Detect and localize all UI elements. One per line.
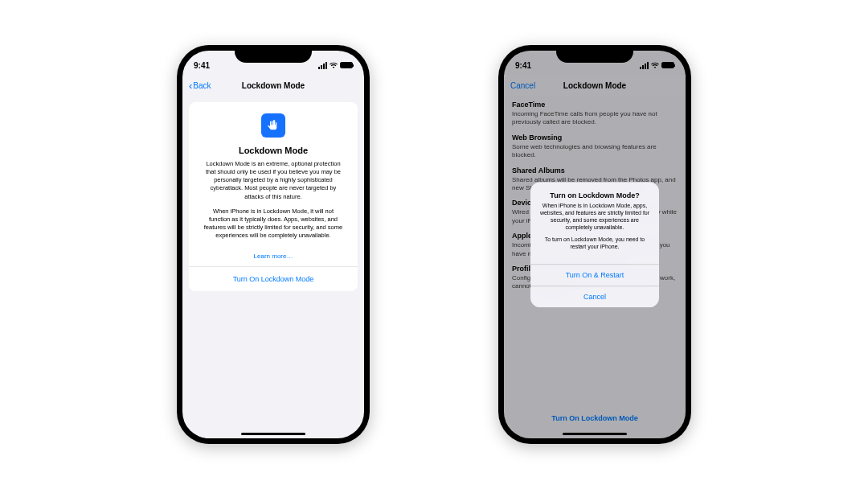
alert-title: Turn on Lockdown Mode? bbox=[538, 191, 651, 199]
phone-1: 9:41 ‹ Back Lockdown Mode Lockdown Mode … bbox=[177, 45, 370, 444]
page-title: Lockdown Mode bbox=[242, 81, 305, 90]
alert-cancel-button[interactable]: Cancel bbox=[530, 286, 659, 307]
screen-1: 9:41 ‹ Back Lockdown Mode Lockdown Mode … bbox=[182, 51, 364, 438]
lockdown-card: Lockdown Mode Lockdown Mode is an extrem… bbox=[189, 102, 358, 291]
card-paragraph-1: Lockdown Mode is an extreme, optional pr… bbox=[199, 160, 348, 201]
back-button[interactable]: ‹ Back bbox=[189, 75, 211, 96]
confirm-alert: Turn on Lockdown Mode? When iPhone is in… bbox=[530, 182, 659, 307]
card-paragraph-2: When iPhone is in Lockdown Mode, it will… bbox=[199, 208, 348, 240]
home-indicator[interactable] bbox=[241, 433, 305, 435]
alert-confirm-button[interactable]: Turn On & Restart bbox=[530, 264, 659, 286]
content: Lockdown Mode Lockdown Mode is an extrem… bbox=[182, 96, 364, 298]
wifi-icon bbox=[330, 61, 338, 69]
notch bbox=[235, 45, 312, 63]
alert-message-2: To turn on Lockdown Mode, you need to re… bbox=[538, 236, 651, 251]
card-title: Lockdown Mode bbox=[199, 146, 348, 155]
chevron-left-icon: ‹ bbox=[189, 80, 192, 91]
screen-2: 9:41 Cancel Lockdown Mode FaceTime Incom… bbox=[504, 51, 686, 438]
alert-content: Turn on Lockdown Mode? When iPhone is in… bbox=[530, 182, 659, 264]
phone-2: 9:41 Cancel Lockdown Mode FaceTime Incom… bbox=[498, 45, 691, 444]
back-label: Back bbox=[193, 81, 211, 90]
notch bbox=[556, 45, 633, 63]
learn-more-link[interactable]: Learn more… bbox=[199, 246, 348, 266]
alert-message-1: When iPhone is in Lockdown Mode, apps, w… bbox=[538, 202, 651, 231]
hand-icon bbox=[261, 113, 285, 138]
signal-icon bbox=[318, 62, 327, 69]
status-time: 9:41 bbox=[194, 61, 210, 70]
battery-icon bbox=[340, 62, 353, 68]
nav-bar: ‹ Back Lockdown Mode bbox=[182, 75, 364, 96]
status-right bbox=[318, 61, 353, 69]
turn-on-button[interactable]: Turn On Lockdown Mode bbox=[199, 267, 348, 291]
